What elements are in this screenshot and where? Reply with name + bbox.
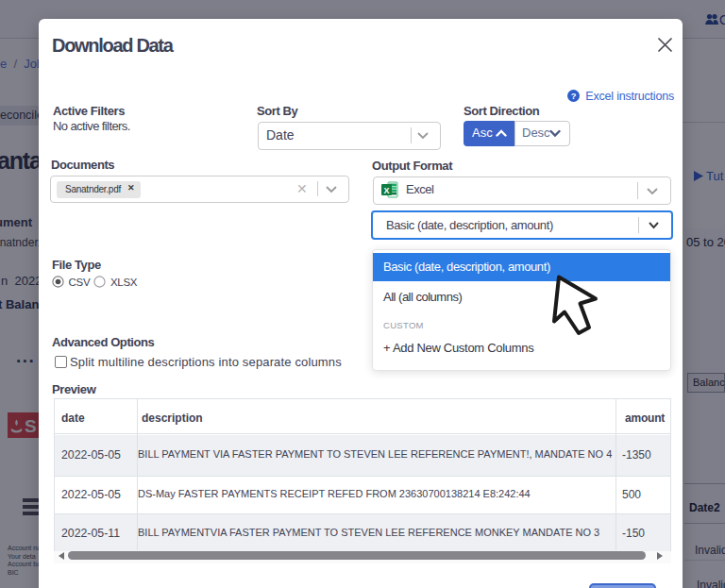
- svg-text:?: ?: [570, 92, 576, 101]
- svg-text:X: X: [383, 186, 389, 195]
